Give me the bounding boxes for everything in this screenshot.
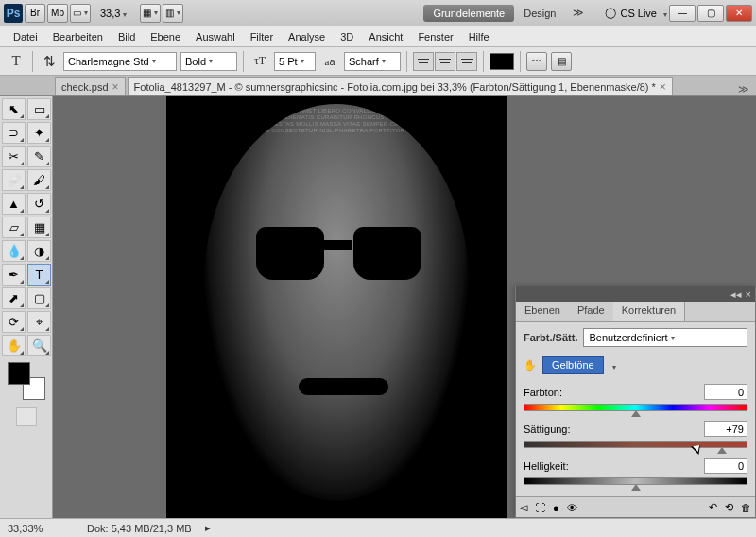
lig-label: Helligkeit:: [524, 460, 569, 472]
align-center-button[interactable]: [435, 52, 455, 71]
3dcam-tool[interactable]: ⌖: [27, 311, 51, 333]
orientation-icon[interactable]: ⇅: [39, 51, 60, 72]
align-left-button[interactable]: [413, 52, 434, 71]
doc-tab-fotolia[interactable]: Fotolia_4813297_M - © sumnersgraphicsinc…: [128, 77, 673, 95]
eyedropper-tool[interactable]: ✎: [27, 146, 51, 167]
tab-pfade[interactable]: Pfade: [569, 302, 613, 321]
tab-overflow[interactable]: ≫: [735, 83, 752, 95]
tab-korrekturen[interactable]: Korrekturen: [613, 302, 685, 321]
lig-input[interactable]: [704, 458, 747, 474]
text-color-swatch[interactable]: [490, 53, 514, 70]
tab-ebenen[interactable]: Ebenen: [516, 302, 569, 321]
toolbox: ⬉ ▭ ⊃ ✦ ✂ ✎ 🩹 🖌 ▲ ↺ ▱ ▦ 💧 ◑ ✒ T ⬈ ▢ ⟳ ⌖ …: [0, 96, 53, 518]
clip-icon[interactable]: ●: [553, 502, 559, 513]
status-menu-icon[interactable]: ▸: [205, 522, 211, 534]
move-tool[interactable]: ⬉: [2, 98, 26, 120]
close-icon[interactable]: ×: [112, 80, 119, 94]
lig-slider[interactable]: [524, 477, 747, 485]
viewextras-button[interactable]: ▦: [140, 4, 161, 23]
workspace-essentials[interactable]: Grundelemente: [423, 5, 514, 22]
workspace-design[interactable]: Design: [516, 5, 563, 22]
back-icon[interactable]: ◅: [520, 501, 527, 513]
warp-text-button[interactable]: 〰: [526, 52, 547, 71]
adjustments-panel: ◂◂× Ebenen Pfade Korrekturen Farbt./Sätt…: [515, 286, 756, 518]
close-icon[interactable]: ×: [660, 80, 666, 94]
delete-icon[interactable]: 🗑: [741, 502, 751, 513]
screenmode-button[interactable]: ▭: [70, 4, 91, 23]
menu-bild[interactable]: Bild: [111, 29, 143, 44]
quickmask-toggle[interactable]: [16, 407, 37, 426]
menu-hilfe[interactable]: Hilfe: [461, 29, 497, 44]
eraser-tool[interactable]: ▱: [2, 217, 26, 238]
arrange-button[interactable]: ▥: [163, 4, 183, 23]
hue-slider[interactable]: [524, 404, 747, 411]
hand-tool[interactable]: ✋: [2, 335, 26, 356]
window-close[interactable]: ✕: [726, 5, 752, 22]
cslive-icon: ◯: [605, 7, 616, 19]
status-zoom[interactable]: 33,33%: [8, 523, 74, 534]
path-tool[interactable]: ⬈: [2, 287, 26, 309]
color-range-select[interactable]: Gelbtöne: [542, 356, 604, 374]
antialias-select[interactable]: Scharf: [344, 52, 401, 71]
window-maximize[interactable]: ▢: [697, 5, 724, 22]
menu-auswahl[interactable]: Auswahl: [188, 29, 243, 44]
cslive-button[interactable]: ◯ CS Live: [605, 7, 667, 19]
window-minimize[interactable]: —: [669, 5, 696, 22]
font-style-select[interactable]: Bold: [180, 52, 237, 71]
zoom-tool[interactable]: 🔍: [27, 335, 51, 356]
fontsize-icon: τT: [249, 51, 270, 72]
menu-analyse[interactable]: Analyse: [281, 29, 333, 44]
menu-bearbeiten[interactable]: Bearbeiten: [45, 29, 111, 44]
crop-tool[interactable]: ✂: [2, 146, 26, 167]
char-panel-button[interactable]: ▤: [551, 52, 572, 71]
menubar: Datei Bearbeiten Bild Ebene Auswahl Filt…: [0, 26, 756, 47]
sat-input[interactable]: [704, 421, 747, 437]
collapse-icon[interactable]: ◂◂: [730, 288, 742, 301]
range-dropdown-arrow[interactable]: [610, 360, 616, 372]
fg-bg-colors[interactable]: [8, 362, 45, 400]
preset-select[interactable]: Benutzerdefiniert: [583, 328, 747, 347]
brush-tool[interactable]: 🖌: [27, 169, 51, 191]
font-family-select[interactable]: Charlemagne Std: [63, 52, 177, 71]
hand-icon[interactable]: ✋: [524, 359, 537, 372]
fg-color[interactable]: [8, 362, 30, 385]
hue-input[interactable]: [704, 384, 747, 400]
font-size-select[interactable]: 5 Pt: [274, 52, 316, 71]
close-icon[interactable]: ×: [746, 288, 751, 300]
lasso-tool[interactable]: ⊃: [2, 122, 26, 144]
workspace-more[interactable]: ≫: [565, 4, 592, 22]
dodge-tool[interactable]: ◑: [27, 240, 51, 262]
menu-ebene[interactable]: Ebene: [143, 29, 188, 44]
marquee-tool[interactable]: ▭: [27, 98, 51, 120]
previous-icon[interactable]: ↶: [709, 501, 717, 513]
bridge-button[interactable]: Br: [25, 4, 45, 23]
expand-icon[interactable]: ⛶: [535, 502, 545, 513]
zoom-select[interactable]: 33,3: [100, 8, 138, 19]
align-right-button[interactable]: [456, 52, 477, 71]
menu-3d[interactable]: 3D: [333, 29, 361, 44]
visibility-icon[interactable]: 👁: [567, 502, 577, 513]
history-brush-tool[interactable]: ↺: [27, 193, 51, 215]
reset-icon[interactable]: ⟲: [725, 501, 733, 513]
healbrush-tool[interactable]: 🩹: [2, 169, 26, 191]
menu-fenster[interactable]: Fenster: [410, 29, 460, 44]
menu-datei[interactable]: Datei: [6, 29, 45, 44]
stamp-tool[interactable]: ▲: [2, 193, 26, 215]
type-tool[interactable]: T: [27, 264, 51, 286]
quickselect-tool[interactable]: ✦: [27, 122, 51, 144]
adjustment-title: Farbt./Sätt.: [524, 332, 577, 343]
menu-ansicht[interactable]: Ansicht: [361, 29, 410, 44]
canvas[interactable]: ◂◂× Ebenen Pfade Korrekturen Farbt./Sätt…: [53, 96, 756, 518]
app-logo[interactable]: Ps: [4, 4, 23, 23]
panel-header[interactable]: ◂◂×: [516, 286, 755, 302]
aa-icon: aa: [319, 51, 340, 72]
minibridge-button[interactable]: Mb: [47, 4, 68, 23]
blur-tool[interactable]: 💧: [2, 240, 26, 262]
menu-filter[interactable]: Filter: [243, 29, 281, 44]
gradient-tool[interactable]: ▦: [27, 217, 51, 238]
sat-slider[interactable]: [524, 441, 747, 448]
pen-tool[interactable]: ✒: [2, 264, 26, 286]
shape-tool[interactable]: ▢: [27, 287, 51, 309]
3d-tool[interactable]: ⟳: [2, 311, 26, 333]
doc-tab-check[interactable]: check.psd×: [55, 77, 126, 95]
